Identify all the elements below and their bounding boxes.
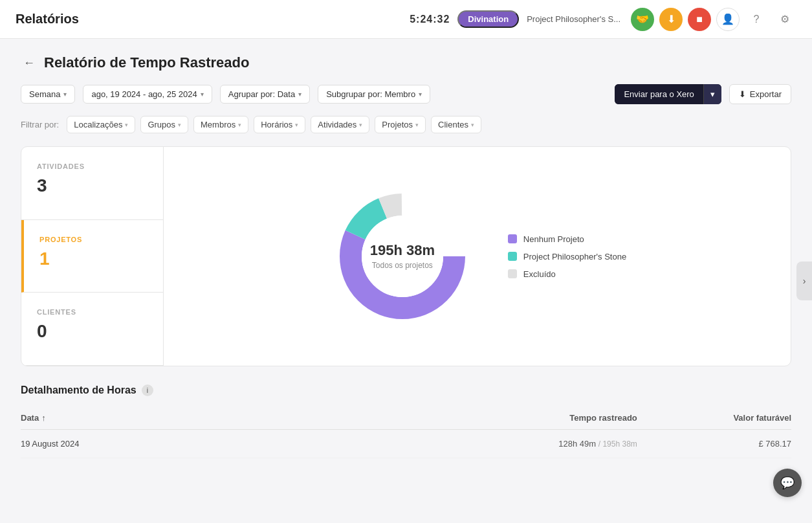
header-actions: 🤝 ⬇ ■ 👤 ? ⚙: [631, 8, 796, 31]
chart-area: 195h 38m Todos os projetos Nenhum Projet…: [164, 147, 791, 366]
scroll-right-button[interactable]: ›: [796, 262, 812, 300]
week-dropdown[interactable]: Semana ▾: [21, 85, 75, 104]
filter-groups[interactable]: Grupos ▾: [140, 116, 188, 133]
legend-label-excluded: Excluído: [523, 269, 556, 279]
breakdown-title: Detalhamento de Horas: [21, 384, 137, 396]
chevron-down-icon: ▾: [125, 122, 128, 128]
chevron-down-icon: ▾: [295, 122, 298, 128]
filter-projects[interactable]: Projetos ▾: [375, 116, 426, 133]
filter-schedules[interactable]: Horários ▾: [254, 116, 305, 133]
download-button[interactable]: ⬇: [659, 8, 683, 31]
chart-legend: Nenhum Projeto Project Philosopher's Sto…: [508, 234, 626, 279]
stop-button[interactable]: ■: [688, 8, 711, 31]
main-content: ← Relatório de Tempo Rastreado Semana ▾ …: [0, 39, 812, 487]
legend-item-philosopher: Project Philosopher's Stone: [508, 252, 626, 262]
page-title: Relatório de Tempo Rastreado: [44, 54, 249, 71]
legend-dot-purple: [508, 234, 517, 243]
stat-projects-label: PROJETOS: [39, 236, 148, 243]
table-header: Data ↑ Tempo rastreado Valor faturável: [21, 406, 791, 430]
chevron-down-icon: ▾: [178, 122, 181, 128]
info-icon[interactable]: i: [142, 384, 153, 396]
back-button[interactable]: ←: [21, 55, 38, 71]
filters-row: Filtrar por: Localizações ▾ Grupos ▾ Mem…: [21, 116, 791, 133]
chevron-down-icon: ▾: [471, 122, 474, 128]
chevron-down-icon: ▾: [415, 122, 419, 128]
legend-item-none: Nenhum Projeto: [508, 234, 626, 244]
chevron-down-icon: ▾: [63, 91, 67, 98]
filter-locations[interactable]: Localizações ▾: [67, 116, 135, 133]
stat-clients-label: CLIENTES: [37, 308, 148, 316]
donut-center-label: Todos os projetos: [370, 262, 435, 271]
filter-clients[interactable]: Clientes ▾: [431, 116, 481, 133]
filter-members[interactable]: Membros ▾: [193, 116, 248, 133]
row-date: 19 August 2024: [21, 439, 329, 449]
stat-activities-label: ATIVIDADES: [37, 162, 148, 170]
timer-display: 5:24:32: [410, 14, 450, 25]
legend-dot-teal: [508, 252, 517, 261]
help-button[interactable]: ?: [745, 8, 768, 31]
sort-icon[interactable]: ↑: [41, 413, 46, 423]
handshake-button[interactable]: 🤝: [631, 8, 654, 31]
col-date-header: Data ↑: [21, 413, 329, 423]
stat-projects: PROJETOS 1: [21, 220, 163, 293]
legend-label-philosopher: Project Philosopher's Stone: [523, 252, 626, 262]
chevron-down-icon: ▾: [238, 122, 241, 128]
donut-chart: 195h 38m Todos os projetos: [328, 182, 477, 331]
export-button[interactable]: ⬇ Exportar: [729, 84, 791, 104]
breakdown-header: Detalhamento de Horas i: [21, 384, 791, 396]
chat-icon: 💬: [780, 476, 795, 487]
stat-activities-value: 3: [37, 175, 148, 196]
chevron-down-icon: ▾: [359, 122, 362, 128]
chevron-down-icon: ▾: [298, 91, 302, 98]
settings-button[interactable]: ⚙: [773, 8, 796, 31]
chevron-right-icon: ›: [803, 276, 806, 286]
table-row: 19 August 2024 128h 49m / 195h 38m £ 768…: [21, 430, 791, 458]
page-header: ← Relatório de Tempo Rastreado: [21, 54, 791, 71]
send-xero-arrow-icon: ▾: [703, 84, 721, 104]
chevron-down-icon: ▾: [201, 91, 204, 98]
chart-section: ATIVIDADES 3 PROJETOS 1 CLIENTES 0: [21, 146, 791, 366]
chevron-down-icon: ▾: [419, 91, 422, 98]
header: Relatórios 5:24:32 Divination Project Ph…: [0, 0, 812, 39]
group-by-dropdown[interactable]: Agrupar por: Data ▾: [220, 85, 310, 104]
col-time-header: Tempo rastreado: [329, 413, 637, 423]
stat-clients-value: 0: [37, 321, 148, 342]
col-billing-header: Valor faturável: [637, 413, 791, 423]
filter-activities[interactable]: Atividades ▾: [311, 116, 369, 133]
user-button[interactable]: 👤: [716, 8, 740, 31]
export-icon: ⬇: [739, 89, 746, 99]
divination-badge[interactable]: Divination: [457, 10, 519, 28]
stat-projects-value: 1: [39, 249, 148, 269]
legend-label-none: Nenhum Projeto: [523, 234, 584, 244]
project-label: Project Philosopher's S...: [527, 14, 620, 24]
stat-clients: CLIENTES 0: [21, 293, 163, 366]
date-range-dropdown[interactable]: ago, 19 2024 - ago, 25 2024 ▾: [83, 85, 212, 104]
app-title: Relatórios: [16, 12, 410, 27]
header-center: 5:24:32 Divination Project Philosopher's…: [410, 10, 620, 28]
donut-center-value: 195h 38m: [370, 242, 435, 259]
legend-dot-gray: [508, 269, 517, 278]
subgroup-by-dropdown[interactable]: Subgrupar por: Membro ▾: [318, 85, 430, 104]
send-xero-button[interactable]: Enviar para o Xero ▾: [615, 84, 721, 104]
legend-item-excluded: Excluído: [508, 269, 626, 279]
row-billing: £ 768.17: [637, 439, 791, 449]
donut-center: 195h 38m Todos os projetos: [370, 242, 435, 270]
filter-by-label: Filtrar por:: [21, 120, 59, 129]
toolbar: Semana ▾ ago, 19 2024 - ago, 25 2024 ▾ A…: [21, 84, 791, 104]
stat-activities: ATIVIDADES 3: [21, 147, 163, 220]
breakdown-section: Detalhamento de Horas i Data ↑ Tempo ras…: [21, 384, 791, 458]
row-time: 128h 49m / 195h 38m: [329, 439, 637, 449]
stats-sidebar: ATIVIDADES 3 PROJETOS 1 CLIENTES 0: [21, 147, 164, 366]
